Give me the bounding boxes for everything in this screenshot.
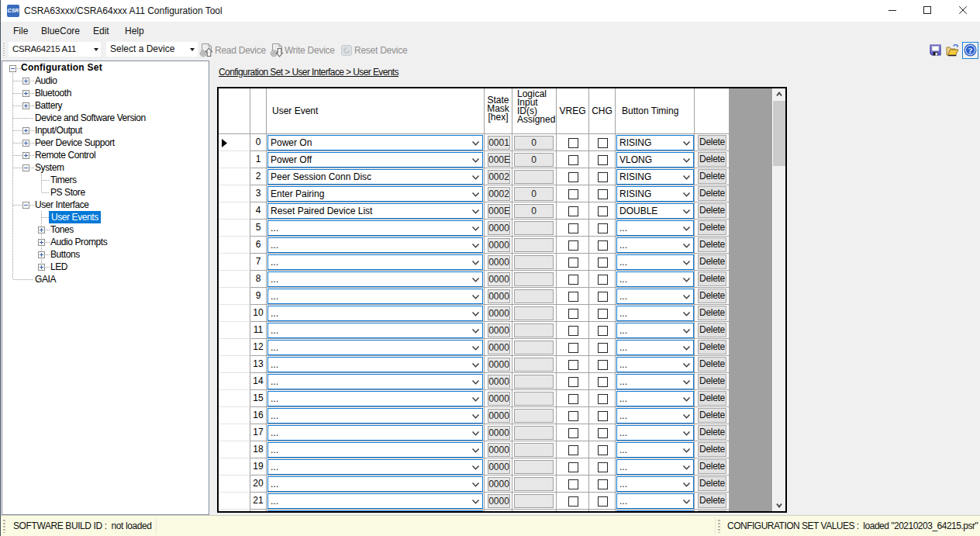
svg-text:?: ? [968,46,973,55]
